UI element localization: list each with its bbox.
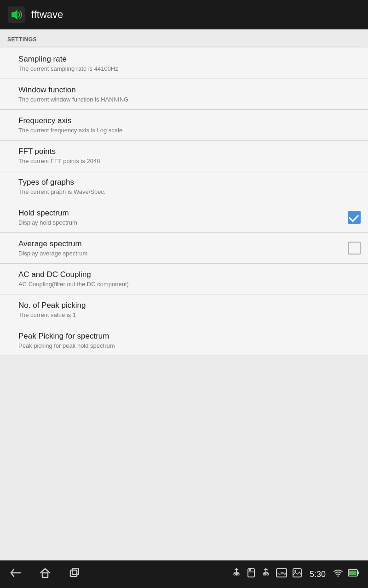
- svg-rect-4: [42, 573, 48, 577]
- setting-item-peak-picking-spectrum[interactable]: Peak Picking for spectrumPeak picking fo…: [0, 325, 368, 356]
- setting-title-frequency-axis: Frequency axis: [18, 116, 361, 125]
- setting-subtitle-average-spectrum: Display average spectrum: [18, 250, 348, 257]
- setting-item-window-function[interactable]: Window functionThe current window functi…: [0, 79, 368, 110]
- setting-text-frequency-axis: Frequency axisThe current frequency axis…: [18, 116, 361, 134]
- setting-subtitle-frequency-axis: The current frequency axis is Log scale: [18, 127, 361, 134]
- setting-title-hold-spectrum: Hold spectrum: [18, 209, 348, 218]
- setting-text-peak-picking-spectrum: Peak Picking for spectrumPeak picking fo…: [18, 332, 361, 349]
- svg-rect-10: [249, 569, 251, 571]
- setting-item-ac-dc-coupling[interactable]: AC and DC CouplingAC Coupling(filter out…: [0, 264, 368, 294]
- usb2-icon: [261, 568, 271, 581]
- svg-point-7: [234, 573, 236, 575]
- usb-icon: [231, 568, 242, 581]
- svg-point-18: [338, 576, 339, 577]
- storage-icon: [246, 568, 256, 581]
- setting-item-no-peak-picking[interactable]: No. of Peak pickingThe current value is …: [0, 294, 368, 325]
- setting-subtitle-fft-points: The current FFT points is 2048: [18, 158, 361, 164]
- nav-left-buttons: [9, 566, 81, 582]
- setting-subtitle-hold-spectrum: Display hold spectrum: [18, 219, 348, 226]
- setting-checkbox-average-spectrum[interactable]: [348, 242, 361, 254]
- recents-button[interactable]: [68, 566, 81, 582]
- svg-rect-9: [248, 569, 254, 577]
- setting-item-hold-spectrum[interactable]: Hold spectrumDisplay hold spectrum: [0, 202, 368, 233]
- battery-icon: [348, 568, 359, 581]
- setting-title-types-of-graphs: Types of graphs: [18, 178, 361, 187]
- setting-subtitle-ac-dc-coupling: AC Coupling(filter out the DC component): [18, 281, 361, 288]
- settings-section-header: SETTINGS: [0, 29, 368, 48]
- app-title: fftwave: [31, 9, 63, 21]
- svg-rect-21: [349, 571, 356, 575]
- setting-checkbox-hold-spectrum[interactable]: [348, 211, 361, 224]
- status-time: 5:30: [310, 570, 326, 579]
- svg-rect-5: [70, 570, 77, 577]
- setting-subtitle-peak-picking-spectrum: Peak picking for peak hold spectrum: [18, 342, 361, 349]
- svg-text:NEWS: NEWS: [277, 571, 288, 576]
- setting-item-average-spectrum[interactable]: Average spectrumDisplay average spectrum: [0, 233, 368, 264]
- svg-point-12: [263, 573, 265, 575]
- setting-title-no-peak-picking: No. of Peak picking: [18, 301, 361, 310]
- setting-text-no-peak-picking: No. of Peak pickingThe current value is …: [18, 301, 361, 318]
- setting-subtitle-types-of-graphs: The current graph is Wave/Spec.: [18, 188, 361, 195]
- image-icon: [292, 568, 302, 581]
- setting-item-frequency-axis[interactable]: Frequency axisThe current frequency axis…: [0, 110, 368, 141]
- setting-text-fft-points: FFT pointsThe current FFT points is 2048: [18, 147, 361, 164]
- setting-text-hold-spectrum: Hold spectrumDisplay hold spectrum: [18, 209, 348, 226]
- nav-bar: NEWS 5:30: [0, 560, 368, 588]
- wifi-icon: [333, 568, 343, 581]
- setting-item-sampling-rate[interactable]: Sampling rateThe current sampling rate i…: [0, 48, 368, 79]
- setting-subtitle-no-peak-picking: The current value is 1: [18, 311, 361, 318]
- setting-title-ac-dc-coupling: AC and DC Coupling: [18, 270, 361, 279]
- svg-point-17: [294, 570, 296, 572]
- setting-title-sampling-rate: Sampling rate: [18, 55, 361, 64]
- svg-rect-6: [72, 568, 79, 575]
- top-bar: fftwave: [0, 0, 368, 29]
- back-button[interactable]: [9, 566, 22, 582]
- setting-text-average-spectrum: Average spectrumDisplay average spectrum: [18, 239, 348, 257]
- setting-subtitle-sampling-rate: The current sampling rate is 44100Hz: [18, 65, 361, 72]
- home-button[interactable]: [39, 566, 52, 582]
- setting-text-types-of-graphs: Types of graphsThe current graph is Wave…: [18, 178, 361, 195]
- svg-point-13: [267, 573, 269, 575]
- setting-title-window-function: Window function: [18, 85, 361, 95]
- setting-title-peak-picking-spectrum: Peak Picking for spectrum: [18, 332, 361, 341]
- setting-subtitle-window-function: The current window function is HANNING: [18, 96, 361, 103]
- setting-item-fft-points[interactable]: FFT pointsThe current FFT points is 2048: [0, 141, 368, 171]
- settings-label: SETTINGS: [7, 36, 37, 43]
- nav-right-status: NEWS 5:30: [231, 568, 359, 581]
- app-icon: [7, 6, 26, 24]
- content-area: SETTINGS Sampling rateThe current sampli…: [0, 29, 368, 560]
- settings-divider: [7, 46, 361, 46]
- setting-text-sampling-rate: Sampling rateThe current sampling rate i…: [18, 55, 361, 72]
- svg-point-8: [237, 573, 239, 575]
- setting-text-window-function: Window functionThe current window functi…: [18, 85, 361, 103]
- news-icon: NEWS: [276, 568, 288, 581]
- settings-list: Sampling rateThe current sampling rate i…: [0, 48, 368, 356]
- setting-title-fft-points: FFT points: [18, 147, 361, 156]
- setting-item-types-of-graphs[interactable]: Types of graphsThe current graph is Wave…: [0, 171, 368, 202]
- setting-text-ac-dc-coupling: AC and DC CouplingAC Coupling(filter out…: [18, 270, 361, 288]
- setting-title-average-spectrum: Average spectrum: [18, 239, 348, 249]
- svg-rect-20: [357, 571, 359, 574]
